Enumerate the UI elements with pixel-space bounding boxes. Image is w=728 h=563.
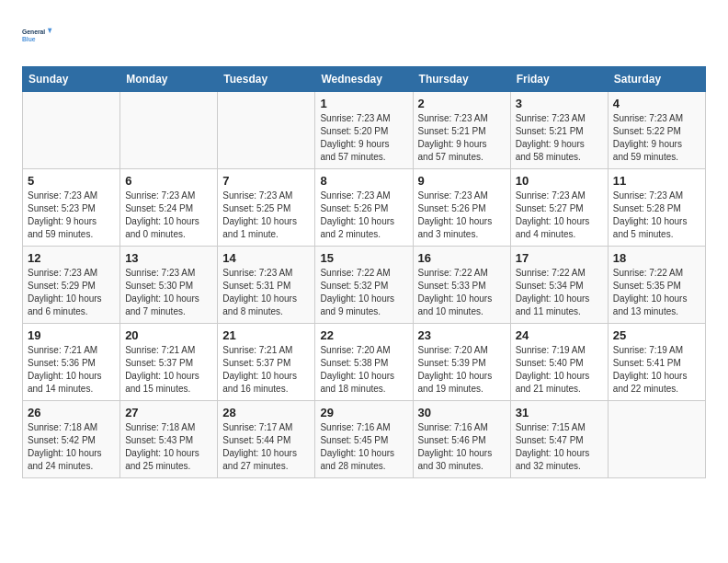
day-cell: 16Sunrise: 7:22 AM Sunset: 5:33 PM Dayli… — [413, 247, 510, 324]
calendar-table: SundayMondayTuesdayWednesdayThursdayFrid… — [22, 66, 706, 478]
day-number: 3 — [516, 97, 603, 110]
day-cell: 2Sunrise: 7:23 AM Sunset: 5:21 PM Daylig… — [413, 92, 510, 169]
day-info: Sunrise: 7:23 AM Sunset: 5:21 PM Dayligh… — [516, 112, 603, 164]
day-info: Sunrise: 7:16 AM Sunset: 5:46 PM Dayligh… — [418, 421, 506, 473]
day-cell: 9Sunrise: 7:23 AM Sunset: 5:26 PM Daylig… — [413, 169, 510, 247]
day-number: 15 — [320, 251, 407, 265]
day-info: Sunrise: 7:21 AM Sunset: 5:37 PM Dayligh… — [222, 344, 310, 396]
week-row-5: 26Sunrise: 7:18 AM Sunset: 5:42 PM Dayli… — [23, 401, 706, 478]
day-cell: 22Sunrise: 7:20 AM Sunset: 5:38 PM Dayli… — [315, 324, 413, 401]
day-number: 29 — [320, 406, 407, 419]
day-info: Sunrise: 7:23 AM Sunset: 5:23 PM Dayligh… — [28, 190, 115, 241]
day-info: Sunrise: 7:20 AM Sunset: 5:39 PM Dayligh… — [418, 344, 506, 396]
day-info: Sunrise: 7:19 AM Sunset: 5:40 PM Dayligh… — [516, 344, 603, 396]
day-info: Sunrise: 7:21 AM Sunset: 5:36 PM Dayligh… — [28, 344, 115, 396]
day-number: 24 — [516, 328, 603, 342]
day-cell: 6Sunrise: 7:23 AM Sunset: 5:24 PM Daylig… — [120, 169, 218, 247]
day-cell: 1Sunrise: 7:23 AM Sunset: 5:20 PM Daylig… — [315, 92, 413, 169]
day-cell: 8Sunrise: 7:23 AM Sunset: 5:26 PM Daylig… — [315, 169, 413, 247]
day-info: Sunrise: 7:22 AM Sunset: 5:33 PM Dayligh… — [418, 267, 506, 318]
day-number: 4 — [613, 97, 700, 110]
day-info: Sunrise: 7:18 AM Sunset: 5:43 PM Dayligh… — [125, 421, 212, 473]
day-number: 20 — [125, 328, 212, 342]
day-info: Sunrise: 7:19 AM Sunset: 5:41 PM Dayligh… — [613, 344, 700, 396]
day-info: Sunrise: 7:22 AM Sunset: 5:34 PM Dayligh… — [516, 267, 603, 318]
weekday-header-tuesday: Tuesday — [218, 67, 315, 92]
day-info: Sunrise: 7:17 AM Sunset: 5:44 PM Dayligh… — [222, 421, 310, 473]
day-cell: 10Sunrise: 7:23 AM Sunset: 5:27 PM Dayli… — [510, 169, 608, 247]
day-cell: 17Sunrise: 7:22 AM Sunset: 5:34 PM Dayli… — [510, 247, 608, 324]
weekday-header-friday: Friday — [510, 67, 608, 92]
day-number: 27 — [125, 406, 212, 419]
day-number: 22 — [320, 328, 407, 342]
day-cell — [608, 401, 705, 478]
logo-icon: GeneralBlue — [22, 18, 55, 52]
svg-marker-2 — [48, 29, 52, 33]
day-number: 31 — [516, 406, 603, 419]
day-number: 16 — [418, 251, 506, 265]
day-info: Sunrise: 7:20 AM Sunset: 5:38 PM Dayligh… — [320, 344, 407, 396]
day-number: 9 — [418, 174, 506, 188]
day-number: 25 — [613, 328, 700, 342]
svg-text:General: General — [22, 29, 45, 35]
day-number: 26 — [28, 406, 115, 419]
day-info: Sunrise: 7:23 AM Sunset: 5:29 PM Dayligh… — [28, 267, 115, 318]
day-cell: 26Sunrise: 7:18 AM Sunset: 5:42 PM Dayli… — [23, 401, 120, 478]
weekday-header-saturday: Saturday — [608, 67, 705, 92]
day-number: 17 — [516, 251, 603, 265]
day-info: Sunrise: 7:23 AM Sunset: 5:21 PM Dayligh… — [418, 112, 506, 164]
day-cell: 14Sunrise: 7:23 AM Sunset: 5:31 PM Dayli… — [218, 247, 315, 324]
weekday-header-wednesday: Wednesday — [315, 67, 413, 92]
weekday-header-thursday: Thursday — [413, 67, 510, 92]
svg-text:Blue: Blue — [22, 36, 36, 42]
day-info: Sunrise: 7:15 AM Sunset: 5:47 PM Dayligh… — [516, 421, 603, 473]
day-cell: 11Sunrise: 7:23 AM Sunset: 5:28 PM Dayli… — [608, 169, 705, 247]
day-info: Sunrise: 7:16 AM Sunset: 5:45 PM Dayligh… — [320, 421, 407, 473]
day-number: 10 — [516, 174, 603, 188]
day-number: 18 — [613, 251, 700, 265]
day-info: Sunrise: 7:23 AM Sunset: 5:26 PM Dayligh… — [418, 190, 506, 241]
day-info: Sunrise: 7:23 AM Sunset: 5:24 PM Dayligh… — [125, 190, 212, 241]
day-cell: 12Sunrise: 7:23 AM Sunset: 5:29 PM Dayli… — [23, 247, 120, 324]
day-cell — [218, 92, 315, 169]
calendar-container: GeneralBlue SundayMondayTuesdayWednesday… — [0, 0, 728, 497]
weekday-header-row: SundayMondayTuesdayWednesdayThursdayFrid… — [23, 67, 706, 92]
day-number: 13 — [125, 251, 212, 265]
weekday-header-sunday: Sunday — [23, 67, 120, 92]
day-number: 11 — [613, 174, 700, 188]
day-cell: 15Sunrise: 7:22 AM Sunset: 5:32 PM Dayli… — [315, 247, 413, 324]
day-info: Sunrise: 7:18 AM Sunset: 5:42 PM Dayligh… — [28, 421, 115, 473]
day-number: 2 — [418, 97, 506, 110]
day-cell: 25Sunrise: 7:19 AM Sunset: 5:41 PM Dayli… — [608, 324, 705, 401]
day-cell: 28Sunrise: 7:17 AM Sunset: 5:44 PM Dayli… — [218, 401, 315, 478]
day-number: 1 — [320, 97, 407, 110]
day-info: Sunrise: 7:23 AM Sunset: 5:27 PM Dayligh… — [516, 190, 603, 241]
day-cell: 31Sunrise: 7:15 AM Sunset: 5:47 PM Dayli… — [510, 401, 608, 478]
day-info: Sunrise: 7:23 AM Sunset: 5:22 PM Dayligh… — [613, 112, 700, 164]
day-cell: 23Sunrise: 7:20 AM Sunset: 5:39 PM Dayli… — [413, 324, 510, 401]
day-number: 28 — [222, 406, 310, 419]
week-row-3: 12Sunrise: 7:23 AM Sunset: 5:29 PM Dayli… — [23, 247, 706, 324]
day-number: 14 — [222, 251, 310, 265]
logo: GeneralBlue — [22, 18, 55, 52]
day-cell: 3Sunrise: 7:23 AM Sunset: 5:21 PM Daylig… — [510, 92, 608, 169]
day-info: Sunrise: 7:21 AM Sunset: 5:37 PM Dayligh… — [125, 344, 212, 396]
day-cell — [23, 92, 120, 169]
day-info: Sunrise: 7:23 AM Sunset: 5:20 PM Dayligh… — [320, 112, 407, 164]
day-cell: 7Sunrise: 7:23 AM Sunset: 5:25 PM Daylig… — [218, 169, 315, 247]
day-cell: 19Sunrise: 7:21 AM Sunset: 5:36 PM Dayli… — [23, 324, 120, 401]
day-info: Sunrise: 7:23 AM Sunset: 5:30 PM Dayligh… — [125, 267, 212, 318]
weekday-header-monday: Monday — [120, 67, 218, 92]
day-cell: 24Sunrise: 7:19 AM Sunset: 5:40 PM Dayli… — [510, 324, 608, 401]
day-info: Sunrise: 7:23 AM Sunset: 5:28 PM Dayligh… — [613, 190, 700, 241]
day-cell: 30Sunrise: 7:16 AM Sunset: 5:46 PM Dayli… — [413, 401, 510, 478]
day-cell: 18Sunrise: 7:22 AM Sunset: 5:35 PM Dayli… — [608, 247, 705, 324]
day-number: 19 — [28, 328, 115, 342]
day-cell: 27Sunrise: 7:18 AM Sunset: 5:43 PM Dayli… — [120, 401, 218, 478]
day-number: 23 — [418, 328, 506, 342]
day-number: 5 — [28, 174, 115, 188]
day-cell: 29Sunrise: 7:16 AM Sunset: 5:45 PM Dayli… — [315, 401, 413, 478]
day-number: 8 — [320, 174, 407, 188]
day-info: Sunrise: 7:23 AM Sunset: 5:25 PM Dayligh… — [222, 190, 310, 241]
day-cell: 13Sunrise: 7:23 AM Sunset: 5:30 PM Dayli… — [120, 247, 218, 324]
